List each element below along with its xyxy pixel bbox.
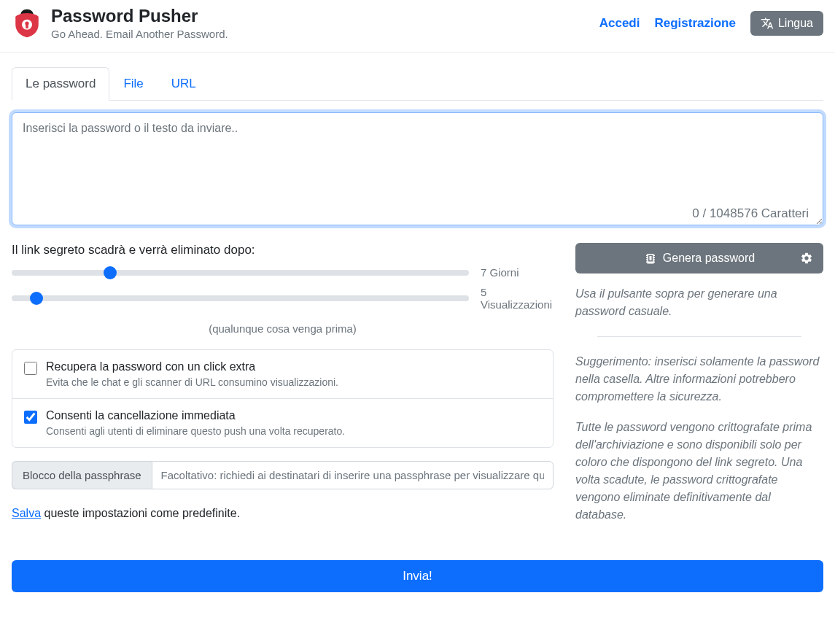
login-link[interactable]: Accedi bbox=[599, 16, 640, 31]
logo-icon bbox=[12, 8, 42, 39]
passphrase-input[interactable] bbox=[152, 461, 554, 489]
views-slider-row: 5 Visualizzazioni bbox=[12, 286, 554, 311]
brand: Password Pusher Go Ahead. Email Another … bbox=[12, 6, 228, 40]
chip-icon bbox=[644, 252, 657, 265]
passphrase-label: Blocco della passphrase bbox=[12, 461, 152, 489]
expire-label: Il link segreto scadrà e verrà eliminato… bbox=[12, 243, 554, 257]
translate-icon bbox=[761, 17, 774, 30]
generate-password-label: Genera password bbox=[663, 252, 755, 265]
days-slider-row: 7 Giorni bbox=[12, 266, 554, 279]
views-slider-label: 5 Visualizzazioni bbox=[481, 286, 554, 311]
days-slider-label: 7 Giorni bbox=[481, 266, 554, 279]
tab-passwords[interactable]: Le password bbox=[12, 67, 109, 101]
days-unit: Giorni bbox=[490, 266, 519, 279]
header-right: Accedi Registrazione Lingua bbox=[599, 11, 823, 36]
whichever-first: (qualunque cosa venga prima) bbox=[12, 322, 554, 335]
payload-wrapper: 0 / 1048576 Caratteri bbox=[12, 112, 823, 228]
header: Password Pusher Go Ahead. Email Another … bbox=[0, 0, 835, 53]
save-settings-link[interactable]: Salva bbox=[12, 507, 41, 519]
allow-delete-title: Consenti la cancellazione immediata bbox=[46, 409, 541, 422]
language-label: Lingua bbox=[778, 17, 813, 30]
app-subtitle: Go Ahead. Email Another Password. bbox=[51, 28, 228, 40]
retrieve-step-desc: Evita che le chat e gli scanner di URL c… bbox=[46, 376, 541, 388]
app-title: Password Pusher bbox=[51, 6, 228, 26]
option-retrieve-step: Recupera la password con un click extra … bbox=[12, 350, 553, 399]
options-list: Recupera la password con un click extra … bbox=[12, 349, 554, 448]
char-count: 0 / 1048576 Caratteri bbox=[692, 206, 809, 221]
option-allow-delete: Consenti la cancellazione immediata Cons… bbox=[12, 399, 553, 447]
tabs: Le password File URL bbox=[12, 67, 823, 101]
views-slider[interactable] bbox=[12, 295, 469, 301]
sidebar-divider bbox=[597, 336, 801, 337]
submit-button[interactable]: Invia! bbox=[12, 560, 823, 592]
generate-password-button[interactable]: Genera password bbox=[575, 243, 823, 273]
retrieve-step-title: Recupera la password con un click extra bbox=[46, 360, 541, 373]
svg-rect-2 bbox=[26, 24, 28, 28]
allow-delete-desc: Consenti agli utenti di eliminare questo… bbox=[46, 425, 541, 437]
retrieve-step-checkbox[interactable] bbox=[24, 362, 37, 375]
allow-delete-checkbox[interactable] bbox=[24, 411, 37, 424]
generate-hint: Usa il pulsante sopra per generare una p… bbox=[575, 285, 823, 320]
register-link[interactable]: Registrazione bbox=[654, 16, 735, 31]
save-settings-row: Salva queste impostazioni come predefini… bbox=[12, 507, 554, 520]
language-button[interactable]: Lingua bbox=[750, 11, 823, 36]
gear-icon[interactable] bbox=[800, 252, 813, 265]
passphrase-group: Blocco della passphrase bbox=[12, 461, 554, 489]
tip-text: Suggerimento: inserisci solamente la pas… bbox=[575, 353, 823, 406]
encryption-text: Tutte le password vengono crittografate … bbox=[575, 419, 823, 524]
days-value: 7 bbox=[481, 266, 486, 279]
days-slider[interactable] bbox=[12, 270, 469, 276]
views-unit: Visualizzazioni bbox=[481, 298, 554, 311]
tab-file[interactable]: File bbox=[109, 67, 157, 101]
save-settings-text: queste impostazioni come predefinite. bbox=[41, 507, 240, 519]
tab-url[interactable]: URL bbox=[158, 67, 210, 101]
views-value: 5 bbox=[481, 286, 554, 298]
